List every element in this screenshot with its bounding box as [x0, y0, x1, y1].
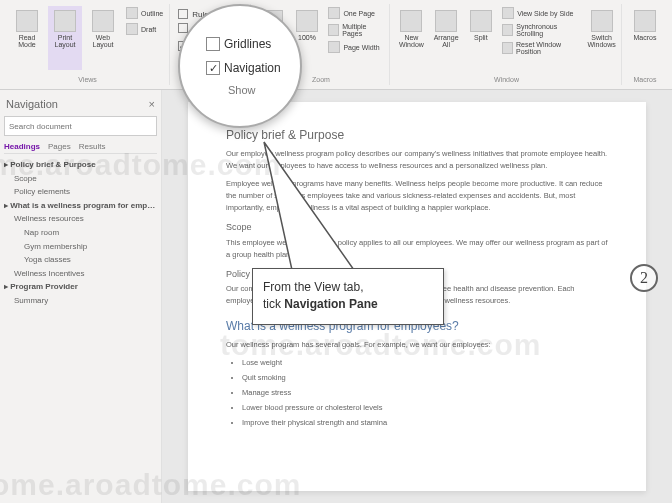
magnifier-gridlines-row: Gridlines	[204, 36, 300, 52]
list-item: Improve their physical strength and stam…	[242, 417, 608, 429]
nav-tree-item[interactable]: Nap room	[4, 226, 157, 240]
new-window-button[interactable]: New Window	[396, 6, 427, 70]
magnifier-show-label: Show	[204, 84, 300, 96]
navigation-tabs: Headings Pages Results	[4, 142, 157, 154]
outline-label: Outline	[141, 10, 163, 17]
web-layout-button[interactable]: Web Layout	[86, 6, 120, 70]
switch-windows-label: Switch Windows	[586, 34, 617, 48]
arrange-all-button[interactable]: Arrange All	[431, 6, 462, 70]
step-badge: 2	[630, 264, 658, 292]
tab-pages[interactable]: Pages	[48, 142, 71, 151]
nav-tree-item[interactable]: Summary	[4, 294, 157, 308]
tab-headings[interactable]: Headings	[4, 142, 40, 151]
zoom-group-label: Zoom	[312, 76, 330, 83]
reset-position-label: Reset Window Position	[516, 41, 580, 55]
new-window-label: New Window	[396, 34, 427, 48]
split-button[interactable]: Split	[465, 6, 496, 70]
multiple-pages-label: Multiple Pages	[342, 23, 383, 37]
magnifier-navigation-row: ✓ Navigation	[204, 60, 300, 76]
magnifier-navigation-label: Navigation	[224, 61, 281, 75]
checkbox-empty-icon	[206, 37, 220, 51]
outline-button[interactable]: Outline	[124, 6, 165, 20]
switch-windows-button[interactable]: Switch Windows	[586, 6, 617, 70]
window-group-label: Window	[494, 76, 519, 83]
multiple-pages-button[interactable]: Multiple Pages	[326, 22, 385, 38]
callout-line2b: Navigation Pane	[284, 297, 377, 311]
ribbon-group-views: Read Mode Print Layout Web Layout Outlin…	[6, 4, 170, 85]
nav-tree-item[interactable]: Gym membership	[4, 240, 157, 254]
web-layout-label: Web Layout	[86, 34, 120, 48]
sync-scroll-button[interactable]: Synchronous Scrolling	[500, 22, 582, 38]
navigation-search-input[interactable]	[4, 116, 157, 136]
side-by-side-label: View Side by Side	[517, 10, 573, 17]
callout-pointer-icon	[262, 140, 382, 280]
side-by-side-button[interactable]: View Side by Side	[500, 6, 582, 20]
nav-tree-item[interactable]: Wellness resources	[4, 212, 157, 226]
list-item: Lose weight	[242, 357, 608, 369]
sync-scroll-label: Synchronous Scrolling	[516, 23, 580, 37]
navigation-pane-close-icon[interactable]: ×	[149, 98, 155, 110]
magnifier-overlay: Gridlines ✓ Navigation Show	[178, 4, 302, 128]
nav-tree-item[interactable]: Policy elements	[4, 185, 157, 199]
views-group-label: Views	[78, 76, 97, 83]
one-page-button[interactable]: One Page	[326, 6, 385, 20]
ribbon-group-macros: Macros Macros	[624, 4, 666, 85]
arrange-all-label: Arrange All	[431, 34, 462, 48]
svg-marker-0	[264, 142, 354, 270]
list-item: Manage stress	[242, 387, 608, 399]
nav-tree-item[interactable]: ▸ Policy brief & Purpose	[4, 158, 157, 172]
macros-button[interactable]: Macros	[628, 6, 662, 70]
macros-label: Macros	[634, 34, 657, 41]
draft-button[interactable]: Draft	[124, 22, 165, 36]
split-label: Split	[474, 34, 488, 41]
navigation-pane-title: Navigation	[6, 98, 58, 110]
one-page-label: One Page	[343, 10, 375, 17]
callout-line1: From the View tab,	[263, 280, 364, 294]
list-item: Lower blood pressure or cholesterol leve…	[242, 402, 608, 414]
bullet-list: Lose weightQuit smokingManage stressLowe…	[226, 357, 608, 429]
read-mode-label: Read Mode	[10, 34, 44, 48]
nav-tree-item[interactable]: Wellness Incentives	[4, 267, 157, 281]
tab-results[interactable]: Results	[79, 142, 106, 151]
nav-tree-item[interactable]: ▸ What is a wellness program for employe…	[4, 199, 157, 213]
page-width-label: Page Width	[343, 44, 379, 51]
ribbon: Read Mode Print Layout Web Layout Outlin…	[0, 0, 672, 90]
callout-line2a: tick	[263, 297, 284, 311]
draft-label: Draft	[141, 26, 156, 33]
navigation-pane: Navigation × Headings Pages Results ▸ Po…	[0, 90, 162, 503]
reset-position-button[interactable]: Reset Window Position	[500, 40, 582, 56]
checkbox-checked-icon: ✓	[206, 61, 220, 75]
print-layout-label: Print Layout	[48, 34, 82, 48]
page-width-button[interactable]: Page Width	[326, 40, 385, 54]
paragraph: Our wellness program has several goals. …	[226, 339, 608, 351]
navigation-tree: ▸ Policy brief & PurposeScopePolicy elem…	[4, 158, 157, 308]
nav-tree-item[interactable]: Yoga classes	[4, 253, 157, 267]
nav-tree-item[interactable]: Scope	[4, 172, 157, 186]
read-mode-button[interactable]: Read Mode	[10, 6, 44, 70]
macros-group-label: Macros	[634, 76, 657, 83]
navigation-pane-title-bar: Navigation ×	[4, 96, 157, 116]
callout-box: From the View tab, tick Navigation Pane	[252, 268, 444, 325]
list-item: Quit smoking	[242, 372, 608, 384]
magnifier-gridlines-label: Gridlines	[224, 37, 271, 51]
ribbon-group-window: New Window Arrange All Split View Side b…	[392, 4, 622, 85]
hundred-percent-label: 100%	[298, 34, 316, 41]
print-layout-button[interactable]: Print Layout	[48, 6, 82, 70]
nav-tree-item[interactable]: ▸ Program Provider	[4, 280, 157, 294]
